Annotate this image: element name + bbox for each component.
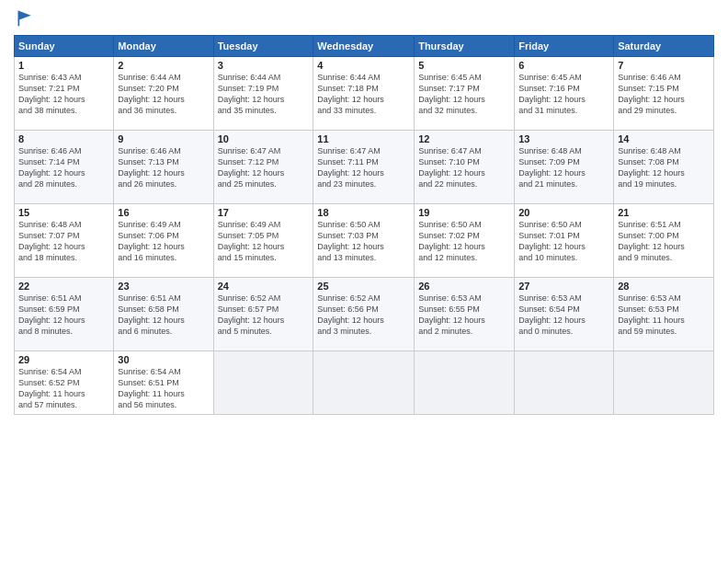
day-cell: 28Sunrise: 6:53 AM Sunset: 6:53 PM Dayli… (614, 278, 714, 351)
day-cell (515, 351, 614, 415)
day-cell: 10Sunrise: 6:47 AM Sunset: 7:12 PM Dayli… (213, 131, 313, 204)
day-number: 22 (18, 281, 109, 292)
day-number: 10 (218, 133, 310, 144)
day-number: 9 (118, 133, 209, 144)
day-number: 14 (618, 133, 710, 144)
svg-marker-0 (18, 11, 30, 20)
day-info: Sunrise: 6:44 AM Sunset: 7:20 PM Dayligh… (118, 72, 209, 117)
day-number: 1 (18, 60, 109, 71)
day-cell: 12Sunrise: 6:47 AM Sunset: 7:10 PM Dayli… (415, 131, 515, 204)
day-cell: 29Sunrise: 6:54 AM Sunset: 6:52 PM Dayli… (15, 351, 114, 415)
day-info: Sunrise: 6:48 AM Sunset: 7:09 PM Dayligh… (518, 145, 609, 190)
day-cell: 17Sunrise: 6:49 AM Sunset: 7:05 PM Dayli… (213, 204, 313, 278)
day-cell: 6Sunrise: 6:45 AM Sunset: 7:16 PM Daylig… (515, 57, 614, 131)
weekday-header-wednesday: Wednesday (313, 36, 415, 57)
day-number: 13 (518, 133, 609, 144)
day-cell (614, 351, 714, 415)
day-info: Sunrise: 6:49 AM Sunset: 7:05 PM Dayligh… (218, 219, 310, 264)
week-row-4: 22Sunrise: 6:51 AM Sunset: 6:59 PM Dayli… (15, 278, 714, 351)
day-cell: 19Sunrise: 6:50 AM Sunset: 7:02 PM Dayli… (415, 204, 515, 278)
day-cell: 16Sunrise: 6:49 AM Sunset: 7:06 PM Dayli… (114, 204, 213, 278)
day-cell: 30Sunrise: 6:54 AM Sunset: 6:51 PM Dayli… (114, 351, 213, 415)
weekday-row: SundayMondayTuesdayWednesdayThursdayFrid… (15, 36, 714, 57)
day-info: Sunrise: 6:45 AM Sunset: 7:17 PM Dayligh… (418, 72, 510, 117)
day-info: Sunrise: 6:51 AM Sunset: 6:58 PM Dayligh… (118, 293, 209, 338)
day-info: Sunrise: 6:54 AM Sunset: 6:52 PM Dayligh… (18, 366, 109, 411)
week-row-3: 15Sunrise: 6:48 AM Sunset: 7:07 PM Dayli… (15, 204, 714, 278)
day-number: 18 (317, 207, 410, 218)
header (14, 9, 714, 28)
day-info: Sunrise: 6:54 AM Sunset: 6:51 PM Dayligh… (118, 366, 209, 411)
day-cell: 13Sunrise: 6:48 AM Sunset: 7:09 PM Dayli… (515, 131, 614, 204)
day-info: Sunrise: 6:44 AM Sunset: 7:18 PM Dayligh… (317, 72, 410, 117)
day-number: 25 (317, 281, 410, 292)
day-cell: 20Sunrise: 6:50 AM Sunset: 7:01 PM Dayli… (515, 204, 614, 278)
weekday-header-sunday: Sunday (15, 36, 114, 57)
day-number: 23 (118, 281, 209, 292)
day-info: Sunrise: 6:53 AM Sunset: 6:55 PM Dayligh… (418, 293, 510, 338)
day-info: Sunrise: 6:47 AM Sunset: 7:12 PM Dayligh… (218, 145, 310, 190)
day-cell (213, 351, 313, 415)
day-number: 27 (518, 281, 609, 292)
day-info: Sunrise: 6:43 AM Sunset: 7:21 PM Dayligh… (18, 72, 109, 117)
logo (14, 9, 34, 28)
day-number: 21 (618, 207, 710, 218)
calendar-body: 1Sunrise: 6:43 AM Sunset: 7:21 PM Daylig… (15, 57, 714, 415)
day-cell: 14Sunrise: 6:48 AM Sunset: 7:08 PM Dayli… (614, 131, 714, 204)
day-number: 6 (518, 60, 609, 71)
day-cell: 23Sunrise: 6:51 AM Sunset: 6:58 PM Dayli… (114, 278, 213, 351)
day-cell: 8Sunrise: 6:46 AM Sunset: 7:14 PM Daylig… (15, 131, 114, 204)
day-info: Sunrise: 6:45 AM Sunset: 7:16 PM Dayligh… (518, 72, 609, 117)
weekday-header-tuesday: Tuesday (213, 36, 313, 57)
week-row-2: 8Sunrise: 6:46 AM Sunset: 7:14 PM Daylig… (15, 131, 714, 204)
calendar-table: SundayMondayTuesdayWednesdayThursdayFrid… (14, 35, 714, 415)
day-info: Sunrise: 6:46 AM Sunset: 7:14 PM Dayligh… (18, 145, 109, 190)
week-row-5: 29Sunrise: 6:54 AM Sunset: 6:52 PM Dayli… (15, 351, 714, 415)
day-number: 4 (317, 60, 410, 71)
day-info: Sunrise: 6:48 AM Sunset: 7:08 PM Dayligh… (618, 145, 710, 190)
day-info: Sunrise: 6:46 AM Sunset: 7:13 PM Dayligh… (118, 145, 209, 190)
day-number: 19 (418, 207, 510, 218)
day-number: 30 (118, 354, 209, 365)
logo-flag-icon (16, 9, 34, 28)
day-cell: 1Sunrise: 6:43 AM Sunset: 7:21 PM Daylig… (15, 57, 114, 131)
weekday-header-friday: Friday (515, 36, 614, 57)
day-cell: 7Sunrise: 6:46 AM Sunset: 7:15 PM Daylig… (614, 57, 714, 131)
day-cell: 25Sunrise: 6:52 AM Sunset: 6:56 PM Dayli… (313, 278, 415, 351)
day-number: 24 (218, 281, 310, 292)
day-info: Sunrise: 6:47 AM Sunset: 7:10 PM Dayligh… (418, 145, 510, 190)
day-info: Sunrise: 6:50 AM Sunset: 7:02 PM Dayligh… (418, 219, 510, 264)
day-info: Sunrise: 6:50 AM Sunset: 7:01 PM Dayligh… (518, 219, 609, 264)
day-info: Sunrise: 6:46 AM Sunset: 7:15 PM Dayligh… (618, 72, 710, 117)
day-cell (415, 351, 515, 415)
day-info: Sunrise: 6:52 AM Sunset: 6:56 PM Dayligh… (317, 293, 410, 338)
day-info: Sunrise: 6:53 AM Sunset: 6:53 PM Dayligh… (618, 293, 710, 338)
day-cell: 26Sunrise: 6:53 AM Sunset: 6:55 PM Dayli… (415, 278, 515, 351)
day-info: Sunrise: 6:49 AM Sunset: 7:06 PM Dayligh… (118, 219, 209, 264)
day-cell (313, 351, 415, 415)
day-number: 16 (118, 207, 209, 218)
weekday-header-monday: Monday (114, 36, 213, 57)
day-cell: 2Sunrise: 6:44 AM Sunset: 7:20 PM Daylig… (114, 57, 213, 131)
page-container: SundayMondayTuesdayWednesdayThursdayFrid… (0, 0, 728, 419)
day-cell: 18Sunrise: 6:50 AM Sunset: 7:03 PM Dayli… (313, 204, 415, 278)
weekday-header-thursday: Thursday (415, 36, 515, 57)
day-cell: 5Sunrise: 6:45 AM Sunset: 7:17 PM Daylig… (415, 57, 515, 131)
day-number: 29 (18, 354, 109, 365)
day-info: Sunrise: 6:51 AM Sunset: 6:59 PM Dayligh… (18, 293, 109, 338)
day-number: 11 (317, 133, 410, 144)
day-number: 28 (618, 281, 710, 292)
day-cell: 9Sunrise: 6:46 AM Sunset: 7:13 PM Daylig… (114, 131, 213, 204)
day-cell: 11Sunrise: 6:47 AM Sunset: 7:11 PM Dayli… (313, 131, 415, 204)
day-cell: 22Sunrise: 6:51 AM Sunset: 6:59 PM Dayli… (15, 278, 114, 351)
day-number: 8 (18, 133, 109, 144)
day-number: 12 (418, 133, 510, 144)
day-cell: 21Sunrise: 6:51 AM Sunset: 7:00 PM Dayli… (614, 204, 714, 278)
day-info: Sunrise: 6:52 AM Sunset: 6:57 PM Dayligh… (218, 293, 310, 338)
day-number: 5 (418, 60, 510, 71)
day-cell: 27Sunrise: 6:53 AM Sunset: 6:54 PM Dayli… (515, 278, 614, 351)
day-info: Sunrise: 6:47 AM Sunset: 7:11 PM Dayligh… (317, 145, 410, 190)
day-number: 26 (418, 281, 510, 292)
day-number: 2 (118, 60, 209, 71)
day-number: 15 (18, 207, 109, 218)
